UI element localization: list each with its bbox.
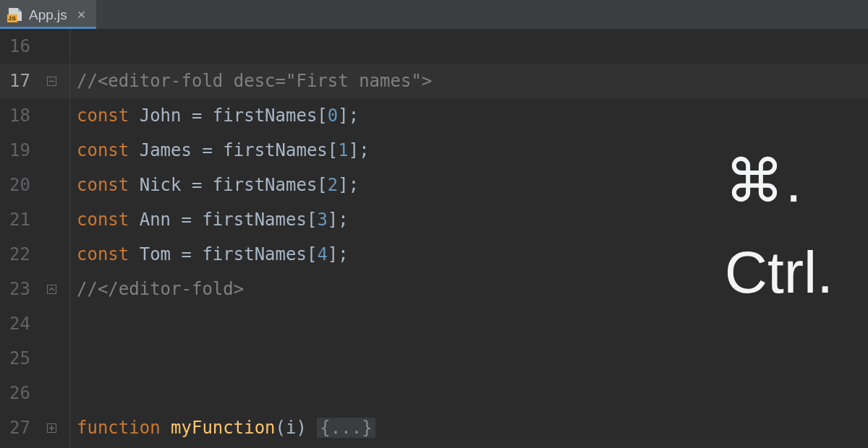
line-number: 24	[0, 306, 41, 341]
fold-gutter	[41, 376, 62, 410]
fold-gutter	[41, 445, 62, 448]
code-line[interactable]: 18 const John = firstNames[0];	[0, 98, 868, 133]
gutter-divider	[69, 29, 70, 448]
fold-gutter	[41, 202, 62, 237]
line-number: 18	[0, 98, 41, 133]
fold-gutter	[41, 237, 62, 272]
fold-end-icon[interactable]	[41, 272, 62, 306]
fold-toggle-collapse-icon[interactable]	[41, 64, 62, 98]
line-number: 35	[0, 445, 41, 448]
file-tab-label: App.js	[29, 8, 67, 22]
fold-gutter	[41, 29, 62, 64]
code-line[interactable]: 35	[0, 445, 868, 448]
close-icon[interactable]: ×	[77, 7, 86, 22]
line-number: 16	[0, 29, 41, 64]
code-line[interactable]: 24	[0, 306, 868, 341]
js-file-icon: JS	[9, 8, 22, 21]
shortcut-mac: ⌘.	[725, 152, 833, 211]
code-editor[interactable]: 16 17 //<editor-fold desc="First names">…	[0, 29, 868, 448]
file-tab[interactable]: JS App.js ×	[0, 0, 96, 29]
fold-gutter	[41, 306, 62, 341]
line-number: 19	[0, 133, 41, 168]
shortcut-win: Ctrl.	[725, 243, 833, 302]
code-line[interactable]: 17 //<editor-fold desc="First names">	[0, 64, 868, 98]
code-line[interactable]: 26	[0, 376, 868, 410]
line-number: 20	[0, 168, 41, 202]
line-number: 27	[0, 410, 41, 445]
line-number: 17	[0, 64, 41, 98]
fold-gutter	[41, 341, 62, 376]
svg-rect-2	[47, 285, 56, 293]
line-number: 26	[0, 376, 41, 410]
folded-region[interactable]: {...}	[317, 418, 375, 438]
line-number: 22	[0, 237, 41, 272]
line-number: 23	[0, 272, 41, 306]
code-line[interactable]: 27 function myFunction(i) {...}	[0, 410, 868, 445]
tab-bar: JS App.js ×	[0, 0, 868, 29]
shortcut-overlay: ⌘. Ctrl.	[725, 152, 833, 302]
line-number: 25	[0, 341, 41, 376]
fold-gutter	[41, 168, 62, 202]
code-line[interactable]: 16	[0, 29, 868, 64]
fold-gutter	[41, 98, 62, 133]
code-line[interactable]: 25	[0, 341, 868, 376]
line-number: 21	[0, 202, 41, 237]
fold-gutter	[41, 133, 62, 168]
fold-toggle-expand-icon[interactable]	[41, 410, 62, 445]
